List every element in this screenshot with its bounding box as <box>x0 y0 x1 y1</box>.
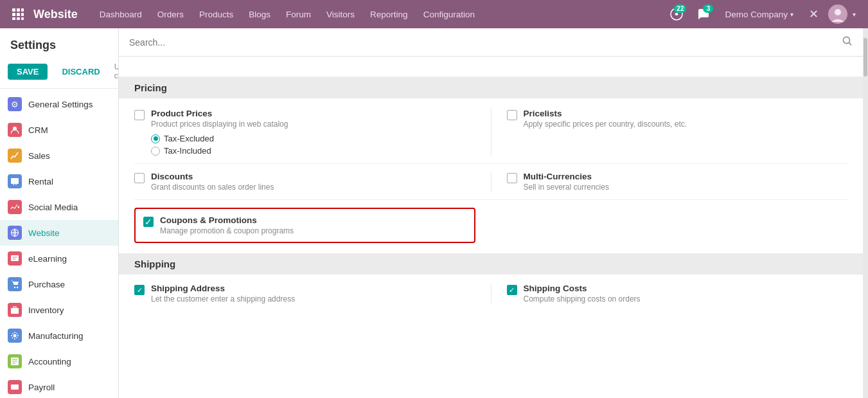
sidebar-label-elearning: eLearning <box>28 254 67 264</box>
sidebar-label-website: Website <box>28 228 60 238</box>
coupons-col: ✓ Coupons & Promotions Manage promotion … <box>134 208 491 243</box>
nav-blogs[interactable]: Blogs <box>242 6 277 23</box>
pricelists-content: Pricelists Apply specific prices per cou… <box>524 109 687 129</box>
sidebar-item-manufacturing[interactable]: Manufacturing <box>0 323 118 348</box>
tax-excluded-radio[interactable] <box>151 134 160 143</box>
general-settings-icon: ⚙ <box>8 97 22 111</box>
product-prices-checkbox[interactable] <box>134 110 145 120</box>
pricelists-item: Pricelists Apply specific prices per cou… <box>492 109 848 156</box>
shipping-costs-item: ✓ Shipping Costs Compute shipping costs … <box>492 284 848 303</box>
sidebar-label-inventory: Inventory <box>28 305 64 315</box>
close-button[interactable]: ✕ <box>804 5 823 24</box>
sidebar-item-payroll[interactable]: Payroll <box>0 374 118 398</box>
pricing-row-2: Discounts Grant discounts on sales order… <box>134 164 847 200</box>
scrollbar-track[interactable] <box>863 28 868 398</box>
sidebar-label-accounting: Accounting <box>28 357 71 366</box>
nav-configuration[interactable]: Configuration <box>417 6 481 23</box>
discounts-checkbox[interactable] <box>134 173 145 183</box>
sidebar-label-purchase: Purchase <box>28 280 65 289</box>
website-icon <box>8 226 22 240</box>
search-icon[interactable] <box>842 36 853 49</box>
nav-visitors[interactable]: Visitors <box>320 6 361 23</box>
shipping-section: Shipping ✓ Shipping Address Let the cust… <box>119 253 863 312</box>
shipping-address-label: Shipping Address <box>151 284 295 293</box>
company-selector[interactable]: Demo Company ▾ <box>720 7 799 22</box>
coupons-highlight-box: ✓ Coupons & Promotions Manage promotion … <box>134 208 475 243</box>
sidebar-item-general-settings[interactable]: ⚙ General Settings <box>0 91 118 117</box>
nav-orders[interactable]: Orders <box>151 6 190 23</box>
messages-button[interactable]: 3 <box>693 3 714 25</box>
discard-button[interactable]: DISCARD <box>53 64 109 80</box>
nav-forum[interactable]: Forum <box>279 6 317 23</box>
sidebar-label-social-media: Social Media <box>28 203 78 212</box>
sidebar-item-inventory[interactable]: Inventory <box>0 297 118 323</box>
svg-point-10 <box>675 13 678 15</box>
coupons-label: Coupons & Promotions <box>160 215 294 225</box>
pricelists-checkbox[interactable] <box>507 110 517 120</box>
svg-point-19 <box>17 287 18 288</box>
svg-point-15 <box>18 206 20 208</box>
manufacturing-icon <box>8 329 22 343</box>
shipping-address-item: ✓ Shipping Address Let the customer ente… <box>134 284 491 303</box>
shipping-costs-label: Shipping Costs <box>524 284 641 293</box>
unsaved-label: Unsaved changes <box>114 62 119 80</box>
pricing-row-1: Product Prices Product prices displaying… <box>134 98 847 164</box>
pricelists-desc: Apply specific prices per country, disco… <box>524 120 687 129</box>
purchase-icon <box>8 277 22 291</box>
svg-rect-14 <box>11 178 19 184</box>
discounts-content: Discounts Grant discounts on sales order… <box>151 172 274 192</box>
sidebar-item-crm[interactable]: CRM <box>0 117 118 143</box>
nav-dashboard[interactable]: Dashboard <box>93 6 148 23</box>
top-nav: Dashboard Orders Products Blogs Forum Vi… <box>93 6 666 23</box>
sidebar-item-website[interactable]: Website <box>0 220 118 246</box>
shipping-costs-checkbox[interactable]: ✓ <box>507 285 517 295</box>
scrollbar-thumb[interactable] <box>864 38 867 77</box>
search-input[interactable] <box>129 37 842 48</box>
multi-currencies-item: Multi-Currencies Sell in several currenc… <box>492 172 848 192</box>
sidebar-item-rental[interactable]: Rental <box>0 168 118 194</box>
product-prices-label: Product Prices <box>151 109 288 118</box>
elearning-icon <box>8 251 22 266</box>
sidebar-item-purchase[interactable]: Purchase <box>0 271 118 297</box>
sidebar-item-social-media[interactable]: Social Media <box>0 194 118 220</box>
shipping-row-1: ✓ Shipping Address Let the customer ente… <box>134 275 847 312</box>
coupons-content: Coupons & Promotions Manage promotion & … <box>160 215 294 235</box>
app-name: Website <box>33 8 78 21</box>
sidebar-item-elearning[interactable]: eLearning <box>0 246 118 271</box>
tax-excluded-label: Tax-Excluded <box>164 134 214 143</box>
coupons-desc: Manage promotion & coupon programs <box>160 226 294 235</box>
shipping-address-checkbox[interactable]: ✓ <box>134 285 145 295</box>
svg-point-25 <box>844 37 850 43</box>
discounts-label: Discounts <box>151 172 274 181</box>
svg-point-24 <box>13 386 16 388</box>
svg-rect-20 <box>11 308 19 314</box>
content-area: Pricing Product Prices Product prices di… <box>119 57 863 398</box>
svg-point-12 <box>835 9 841 15</box>
main-layout: Settings SAVE DISCARD Unsaved changes ⚙ … <box>0 28 868 398</box>
tax-excluded-option[interactable]: Tax-Excluded <box>151 134 288 143</box>
shipping-address-content: Shipping Address Let the customer enter … <box>151 284 295 303</box>
nav-products[interactable]: Products <box>193 6 240 23</box>
tax-included-option[interactable]: Tax-Included <box>151 146 288 156</box>
product-prices-item: Product Prices Product prices displaying… <box>134 109 491 156</box>
svg-rect-4 <box>17 13 20 16</box>
updates-button[interactable]: 22 <box>666 3 687 25</box>
product-prices-content: Product Prices Product prices displaying… <box>151 109 288 156</box>
grid-icon[interactable] <box>8 4 28 24</box>
nav-reporting[interactable]: Reporting <box>364 6 414 23</box>
sales-icon <box>8 149 22 163</box>
top-spacer <box>119 57 863 77</box>
topbar: Website Dashboard Orders Products Blogs … <box>0 0 868 28</box>
crm-icon <box>8 123 22 137</box>
sidebar-item-accounting[interactable]: Accounting <box>0 348 118 374</box>
social-media-icon <box>8 200 22 214</box>
avatar[interactable] <box>828 5 847 24</box>
avatar-dropdown[interactable]: ▾ <box>853 6 860 22</box>
multi-currencies-label: Multi-Currencies <box>524 172 609 181</box>
tax-included-radio[interactable] <box>151 147 160 156</box>
multi-currencies-checkbox[interactable] <box>507 173 517 183</box>
save-button[interactable]: SAVE <box>8 64 48 80</box>
svg-rect-7 <box>17 17 20 20</box>
coupons-checkbox[interactable]: ✓ <box>143 217 154 227</box>
sidebar-item-sales[interactable]: Sales <box>0 143 118 168</box>
